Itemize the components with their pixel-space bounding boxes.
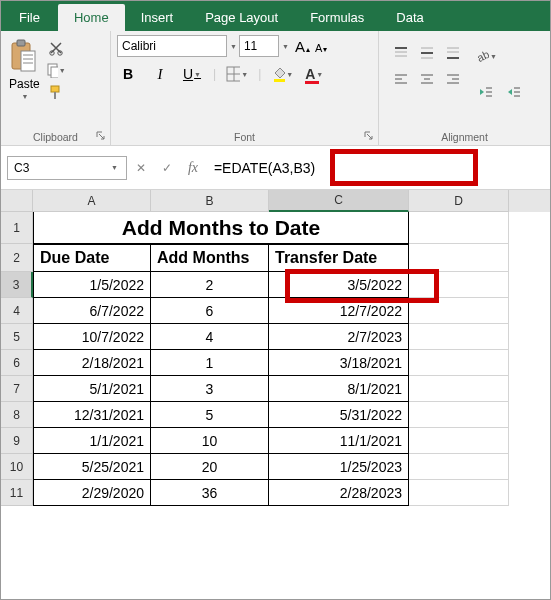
cell-empty[interactable]: [409, 376, 509, 402]
tab-page-layout[interactable]: Page Layout: [189, 4, 294, 31]
cell-title[interactable]: Add Months to Date: [33, 212, 409, 244]
col-header-a[interactable]: A: [33, 190, 151, 212]
cell-d2[interactable]: [409, 244, 509, 272]
fontsize-caret-icon[interactable]: ▼: [282, 43, 289, 50]
align-middle-button[interactable]: [415, 41, 439, 65]
italic-button[interactable]: I: [149, 63, 171, 85]
fill-color-button[interactable]: ▼: [271, 63, 293, 85]
row-header[interactable]: 6: [1, 350, 33, 376]
row-header[interactable]: 7: [1, 376, 33, 402]
cell-result[interactable]: 12/7/2022: [269, 298, 409, 324]
cell-d1[interactable]: [409, 212, 509, 244]
name-box[interactable]: [7, 156, 127, 180]
cell-add[interactable]: 20: [151, 454, 269, 480]
font-name-input[interactable]: [117, 35, 227, 57]
tab-file[interactable]: File: [1, 4, 58, 31]
cell-empty[interactable]: [409, 298, 509, 324]
select-all-corner[interactable]: [1, 190, 33, 212]
bold-button[interactable]: B: [117, 63, 139, 85]
svg-rect-15: [274, 79, 285, 82]
cell-empty[interactable]: [409, 454, 509, 480]
worksheet-grid[interactable]: ▼ A B C D 1 Add Months to Date 2 Due Dat…: [1, 190, 550, 506]
cell-result[interactable]: 5/31/2022: [269, 402, 409, 428]
col-header-d[interactable]: D: [409, 190, 509, 212]
formula-input[interactable]: [206, 156, 550, 180]
cell-result[interactable]: 3/5/2022: [269, 272, 409, 298]
col-header-b[interactable]: B: [151, 190, 269, 212]
cell-due[interactable]: 5/1/2021: [33, 376, 151, 402]
cell-result[interactable]: 2/7/2023: [269, 324, 409, 350]
align-center-button[interactable]: [415, 67, 439, 91]
cell-result[interactable]: 1/25/2023: [269, 454, 409, 480]
increase-font-button[interactable]: A: [295, 38, 305, 55]
row-header-1[interactable]: 1: [1, 212, 33, 244]
font-dialog-launcher[interactable]: [362, 129, 376, 143]
decrease-font-button[interactable]: A: [315, 42, 322, 54]
align-left-button[interactable]: [389, 67, 413, 91]
col-header-c[interactable]: C: [269, 190, 409, 212]
cell-due[interactable]: 10/7/2022: [33, 324, 151, 350]
cell-add[interactable]: 4: [151, 324, 269, 350]
cell-due[interactable]: 12/31/2021: [33, 402, 151, 428]
orientation-button[interactable]: ab▼: [475, 45, 497, 67]
clipboard-dialog-launcher[interactable]: [94, 129, 108, 143]
cell-empty[interactable]: [409, 402, 509, 428]
cell-add[interactable]: 1: [151, 350, 269, 376]
row-header[interactable]: 3: [1, 272, 33, 298]
align-top-button[interactable]: [389, 41, 413, 65]
row-header[interactable]: 5: [1, 324, 33, 350]
cell-add[interactable]: 10: [151, 428, 269, 454]
decrease-indent-button[interactable]: [475, 81, 497, 103]
tab-formulas[interactable]: Formulas: [294, 4, 380, 31]
format-painter-button[interactable]: [46, 83, 66, 101]
cell-add[interactable]: 36: [151, 480, 269, 506]
cell-due[interactable]: 6/7/2022: [33, 298, 151, 324]
enter-formula-button[interactable]: ✓: [154, 156, 180, 180]
cut-button[interactable]: [46, 39, 66, 57]
cell-header-add[interactable]: Add Months: [151, 244, 269, 272]
cell-due[interactable]: 5/25/2021: [33, 454, 151, 480]
tab-data[interactable]: Data: [380, 4, 439, 31]
cell-empty[interactable]: [409, 480, 509, 506]
cell-empty[interactable]: [409, 350, 509, 376]
cell-empty[interactable]: [409, 324, 509, 350]
cell-add[interactable]: 3: [151, 376, 269, 402]
cell-result[interactable]: 11/1/2021: [269, 428, 409, 454]
cell-due[interactable]: 2/18/2021: [33, 350, 151, 376]
row-header[interactable]: 4: [1, 298, 33, 324]
font-size-input[interactable]: [239, 35, 279, 57]
cell-due[interactable]: 1/1/2021: [33, 428, 151, 454]
cell-header-transfer[interactable]: Transfer Date: [269, 244, 409, 272]
row-header-2[interactable]: 2: [1, 244, 33, 272]
namebox-caret-icon[interactable]: ▼: [111, 164, 118, 171]
cell-empty[interactable]: [409, 428, 509, 454]
cell-empty[interactable]: [409, 272, 509, 298]
align-right-button[interactable]: [441, 67, 465, 91]
font-color-button[interactable]: A ▼: [303, 63, 325, 85]
paste-icon: [9, 39, 39, 75]
cell-add[interactable]: 2: [151, 272, 269, 298]
cell-result[interactable]: 3/18/2021: [269, 350, 409, 376]
row-header[interactable]: 10: [1, 454, 33, 480]
cell-add[interactable]: 5: [151, 402, 269, 428]
tab-home[interactable]: Home: [58, 4, 125, 31]
tab-insert[interactable]: Insert: [125, 4, 190, 31]
row-header[interactable]: 11: [1, 480, 33, 506]
cell-result[interactable]: 2/28/2023: [269, 480, 409, 506]
cell-due[interactable]: 2/29/2020: [33, 480, 151, 506]
cell-result[interactable]: 8/1/2021: [269, 376, 409, 402]
align-bottom-button[interactable]: [441, 41, 465, 65]
cancel-formula-button[interactable]: ✕: [128, 156, 154, 180]
fontname-caret-icon[interactable]: ▼: [230, 43, 237, 50]
paste-button[interactable]: Paste ▼: [7, 35, 42, 101]
cell-due[interactable]: 1/5/2022: [33, 272, 151, 298]
underline-button[interactable]: U▼: [181, 63, 203, 85]
borders-button[interactable]: ▼: [226, 63, 248, 85]
cell-add[interactable]: 6: [151, 298, 269, 324]
copy-button[interactable]: ▼: [46, 61, 66, 79]
insert-function-button[interactable]: fx: [180, 156, 206, 180]
cell-header-due[interactable]: Due Date: [33, 244, 151, 272]
increase-indent-button[interactable]: [503, 81, 525, 103]
row-header[interactable]: 8: [1, 402, 33, 428]
row-header[interactable]: 9: [1, 428, 33, 454]
